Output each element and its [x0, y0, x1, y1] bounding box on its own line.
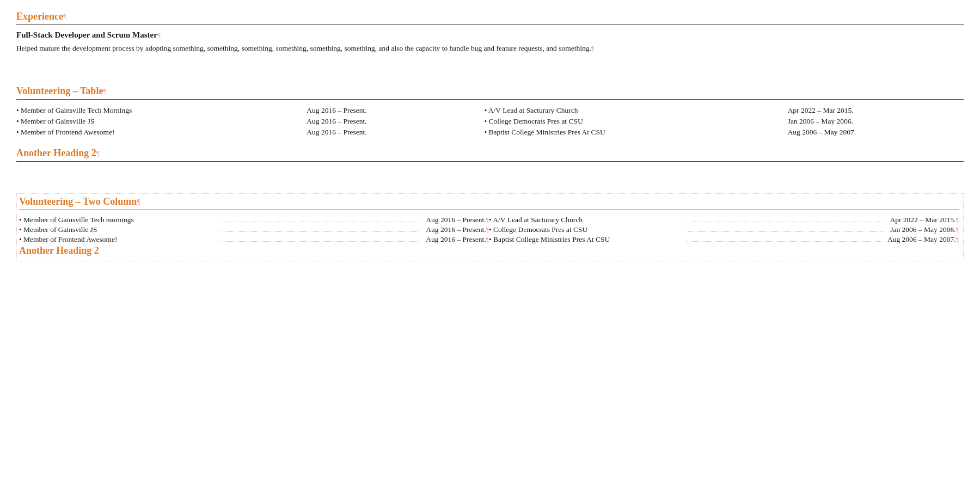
pilcrow-experience: ¶: [63, 13, 66, 21]
two-col-row-2: • Member of Gainsville JS Aug 2016 – Pre…: [19, 225, 489, 234]
col-spacer: [462, 127, 484, 138]
col-spacer: [462, 105, 484, 116]
spacer-1: [16, 64, 964, 85]
table-row: • Member of Gainsville JS Aug 2016 – Pre…: [16, 116, 964, 127]
pilcrow-job-desc: ¶: [591, 45, 594, 52]
pilcrow-job-title: ¶: [157, 31, 161, 39]
experience-divider: [16, 24, 964, 25]
dotted-spacer-r3: [686, 241, 881, 242]
left-two-col-item-1: • Member of Gainsville Tech mornings: [19, 216, 218, 224]
col-spacer: [462, 116, 484, 127]
two-col-row-3: • Member of Frontend Awesome! Aug 2016 –…: [19, 235, 489, 244]
pilcrow-vol-two-col: ¶: [137, 198, 140, 206]
pilcrow-another-1: ¶: [96, 150, 100, 158]
experience-section: Experience¶ Full-Stack Developer and Scr…: [16, 11, 964, 54]
left-two-col-item-3: • Member of Frontend Awesome!: [19, 235, 218, 244]
left-item-1: • Member of Gainsville Tech Mornings: [16, 105, 307, 116]
pilcrow-right-3: ¶: [956, 236, 959, 244]
dotted-spacer-r2: [688, 231, 884, 232]
left-item-3: • Member of Frontend Awesome!: [16, 127, 307, 138]
right-two-col-date-1: Apr 2022 – Mar 2015.: [885, 216, 955, 224]
left-two-col-date-1: Aug 2016 – Present.: [421, 216, 486, 224]
volunteering-two-col-section: Volunteering – Two Column¶ • Member of G…: [16, 193, 964, 261]
left-item-2: • Member of Gainsville JS: [16, 116, 307, 127]
table-row: • Member of Gainsville Tech Mornings Aug…: [16, 105, 964, 116]
another-heading-1-divider: [16, 161, 964, 162]
job-title: Full-Stack Developer and Scrum Master¶: [16, 30, 964, 40]
dotted-spacer-r1: [687, 222, 883, 222]
pilcrow-right-2: ¶: [956, 226, 959, 234]
left-two-col-date-2: Aug 2016 – Present.: [421, 225, 486, 234]
experience-heading: Experience¶: [16, 11, 964, 22]
left-date-3: Aug 2016 – Present.: [307, 127, 462, 138]
volunteering-table-section: Volunteering – Table¶ • Member of Gainsv…: [16, 85, 964, 138]
volunteering-two-col-heading: Volunteering – Two Column¶: [19, 196, 959, 207]
left-two-col-item-2: • Member of Gainsville JS: [19, 225, 218, 234]
two-col-container: • Member of Gainsville Tech mornings Aug…: [19, 216, 959, 245]
right-item-3: • Baptist College Ministries Pres At CSU: [484, 127, 787, 138]
dotted-spacer-1: [220, 222, 420, 222]
two-col-right: • A/V Lead at Sacturary Church Apr 2022 …: [489, 216, 959, 245]
two-col-right-row-2: • College Democrats Pres at CSU Jan 2006…: [489, 225, 959, 234]
spacer-2: [16, 171, 964, 193]
pilcrow-right-1: ¶: [956, 216, 959, 224]
two-col-row-1: • Member of Gainsville Tech mornings Aug…: [19, 216, 489, 224]
right-two-col-item-1: • A/V Lead at Sacturary Church: [489, 216, 685, 224]
volunteering-table: • Member of Gainsville Tech Mornings Aug…: [16, 105, 964, 138]
right-item-1: • A/V Lead at Sacturary Church: [484, 105, 787, 116]
left-date-2: Aug 2016 – Present.: [307, 116, 462, 127]
two-col-right-row-1: • A/V Lead at Sacturary Church Apr 2022 …: [489, 216, 959, 224]
left-two-col-date-3: Aug 2016 – Present.: [421, 235, 486, 244]
job-description: Helped mature the development process by…: [16, 43, 964, 54]
volunteering-two-col-divider: [19, 210, 959, 210]
right-date-1: Apr 2022 – Mar 2015.: [788, 105, 964, 116]
right-two-col-date-2: Jan 2006 – May 2006.: [886, 225, 955, 234]
dotted-spacer-3: [220, 241, 420, 242]
volunteering-table-heading: Volunteering – Table¶: [16, 85, 964, 97]
pilcrow-vol-table: ¶: [103, 88, 106, 96]
dotted-spacer-2: [220, 231, 420, 232]
right-two-col-item-3: • Baptist College Ministries Pres At CSU: [489, 235, 684, 244]
right-item-2: • College Democrats Pres at CSU: [484, 116, 787, 127]
two-col-left: • Member of Gainsville Tech mornings Aug…: [19, 216, 489, 245]
right-two-col-date-3: Aug 2006 – May 2007.: [883, 235, 956, 244]
another-heading-2: Another Heading 2: [19, 245, 959, 256]
table-row: • Member of Frontend Awesome! Aug 2016 –…: [16, 127, 964, 138]
two-col-right-row-3: • Baptist College Ministries Pres At CSU…: [489, 235, 959, 244]
right-two-col-item-2: • College Democrats Pres at CSU: [489, 225, 685, 234]
right-date-3: Aug 2006 – May 2007.: [788, 127, 964, 138]
left-date-1: Aug 2016 – Present.: [307, 105, 462, 116]
volunteering-table-divider: [16, 99, 964, 100]
another-heading-1-section: Another Heading 2¶: [16, 148, 964, 162]
right-date-2: Jan 2006 – May 2006.: [788, 116, 964, 127]
another-heading-1: Another Heading 2¶: [16, 148, 964, 159]
